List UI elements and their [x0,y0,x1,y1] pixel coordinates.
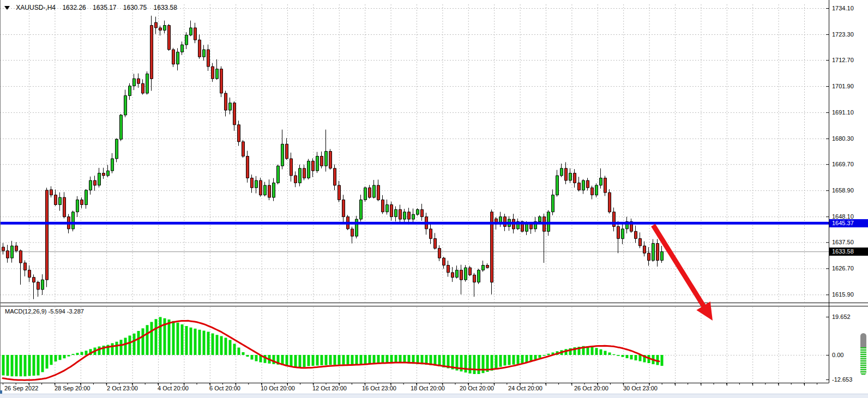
macd-axis-label: -12.653 [832,376,852,383]
time-axis-label: 20 Oct 20:00 [460,385,494,391]
macd-axis-label: 0.00 [832,352,843,358]
time-axis-label: 4 Oct 20:00 [158,385,189,391]
price-axis-label: 1723.30 [832,31,854,38]
price-axis-label: 1691.10 [832,109,854,116]
ohlc-open: 1632.26 [62,4,86,11]
price-tag-blue: 1645.37 [829,219,868,227]
chart-title: XAUUSD-,H4 1632.26 1635.17 1630.75 1633.… [4,3,182,12]
time-axis-label: 16 Oct 23:00 [362,385,396,391]
price-axis-label: 1658.90 [832,187,854,194]
macd-indicator-label: MACD(12,26,9) -5.594 -3.287 [5,308,84,315]
symbol-period-label: XAUUSD-,H4 [16,4,56,11]
price-axis-label: 1648.10 [832,213,854,220]
time-axis-label: 2 Oct 23:00 [107,385,138,391]
time-axis-label: 24 Oct 20:00 [508,385,542,391]
time-axis-label: 30 Oct 23:00 [623,385,658,391]
status-strip [0,394,868,398]
blue-horizontal-line[interactable] [0,222,829,225]
price-axis-label: 1734.10 [832,5,854,11]
time-axis-label: 26 Oct 20:00 [574,385,608,391]
time-axis-label: 10 Oct 20:00 [261,385,295,391]
price-axis-label: 1669.70 [832,161,854,167]
time-axis-label: 6 Oct 20:00 [209,385,240,391]
price-axis-label: 1712.70 [832,57,854,63]
mt4-chart-window: XAUUSD-,H4 1632.26 1635.17 1630.75 1633.… [0,0,868,398]
chart-canvas[interactable] [0,0,868,398]
time-axis-label: 18 Oct 20:00 [411,385,445,391]
ohlc-low: 1630.75 [123,4,147,11]
scrollbar-thumb[interactable] [860,333,866,375]
time-axis-label: 28 Sep 20:00 [55,385,90,391]
collapse-triangle-icon[interactable] [4,6,10,10]
price-tag-current: 1633.58 [829,248,868,256]
price-axis-label: 1626.70 [832,265,854,272]
time-axis-label: 26 Sep 2022 [4,385,38,391]
ohlc-close: 1633.58 [154,4,177,11]
price-axis-label: 1680.30 [832,135,854,142]
macd-axis-label: 19.652 [832,313,851,320]
scrollbar-grip[interactable] [860,347,866,375]
price-axis-label: 1701.90 [832,83,854,89]
time-axis-label: 12 Oct 20:00 [312,385,347,391]
ohlc-high: 1635.17 [93,4,116,11]
price-axis-label: 1637.50 [832,239,854,245]
price-axis-label: 1615.90 [832,291,854,298]
